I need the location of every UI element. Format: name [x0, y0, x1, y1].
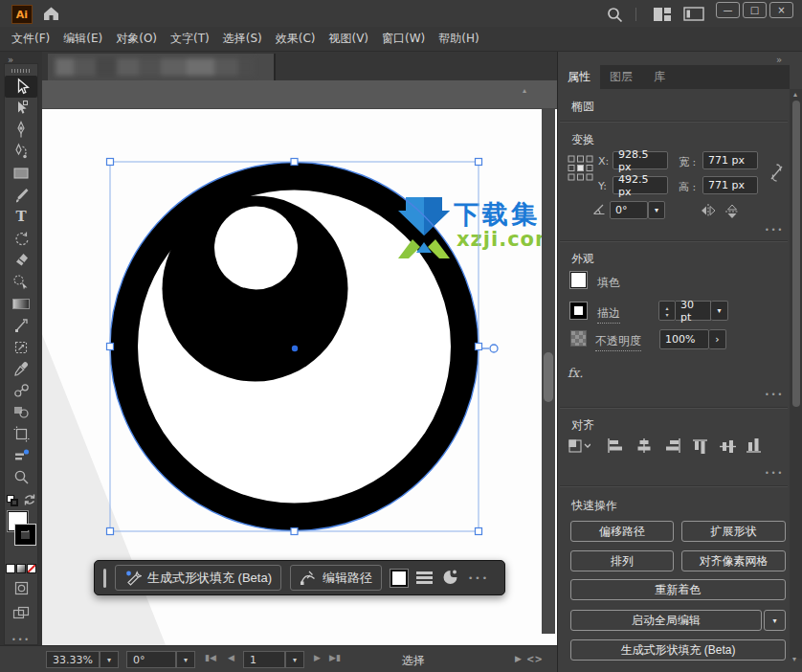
context-more-icon[interactable]: ••• — [468, 573, 489, 583]
minimize-button[interactable]: — — [716, 2, 740, 18]
toolbar-grip[interactable] — [11, 69, 31, 73]
next-artboard-icon[interactable]: ▶ — [314, 653, 321, 662]
canvas-vscrollbar[interactable] — [542, 109, 555, 634]
height-value-field[interactable]: 771 px — [702, 176, 758, 194]
x-value-field[interactable]: 928.5 px — [613, 151, 668, 169]
home-icon[interactable] — [42, 5, 60, 25]
pen-tool[interactable] — [5, 119, 37, 141]
opacity-label[interactable]: 不透明度 — [595, 333, 641, 351]
stroke-options-icon[interactable] — [416, 571, 433, 584]
menu-type[interactable]: 文字(T) — [170, 31, 210, 47]
blend-tool[interactable] — [5, 380, 37, 402]
panel-scrollbar[interactable]: ▴ — [790, 89, 802, 659]
rotate-tool[interactable] — [5, 228, 37, 250]
rotation-field[interactable]: 0° — [126, 651, 176, 668]
global-edit-button[interactable]: 启动全局编辑 — [570, 610, 762, 631]
flip-vertical-icon[interactable] — [724, 203, 740, 223]
screen-mode-icon[interactable] — [12, 606, 30, 622]
opacity-expand-icon[interactable]: › — [709, 329, 726, 349]
generative-shape-fill-button[interactable]: 生成式形状填充 (Beta) — [115, 565, 281, 591]
menu-effect[interactable]: 效果(C) — [276, 31, 316, 47]
eraser-tool[interactable] — [5, 249, 37, 271]
stroke-color-swatch[interactable] — [570, 302, 587, 319]
fill-label[interactable]: 填色 — [597, 275, 620, 291]
align-more-icon[interactable]: ••• — [765, 469, 784, 478]
offset-path-button[interactable]: 偏移路径 — [570, 521, 674, 542]
type-tool[interactable]: T — [5, 206, 37, 228]
panel-scrollbar-thumb[interactable] — [792, 101, 800, 407]
menu-view[interactable]: 视图(V) — [328, 31, 368, 47]
edit-toolbar-tool[interactable] — [5, 445, 37, 467]
opacity-value-field[interactable]: 100% — [659, 329, 709, 349]
context-fill-swatch[interactable] — [390, 570, 408, 587]
menu-object[interactable]: 对象(O) — [116, 31, 157, 47]
rotation-angle-field[interactable]: 0° — [610, 201, 648, 219]
app-logo[interactable]: Ai — [11, 5, 33, 24]
transform-more-icon[interactable]: ••• — [765, 226, 784, 235]
flip-horizontal-icon[interactable] — [700, 203, 717, 221]
paintbrush-tool[interactable] — [5, 184, 37, 206]
selection-tool[interactable] — [5, 76, 37, 98]
arrange-button[interactable]: 排列 — [570, 550, 674, 571]
panel-scroll-up-icon[interactable]: ▴ — [793, 90, 797, 99]
tab-libraries[interactable]: 库 — [642, 65, 677, 89]
prev-artboard-icon[interactable]: ◀ — [228, 653, 234, 662]
menu-select[interactable]: 选择(S) — [223, 31, 262, 47]
menu-edit[interactable]: 编辑(E) — [63, 31, 102, 47]
gradient-tool[interactable] — [5, 293, 37, 315]
search-icon[interactable] — [606, 6, 624, 27]
free-transform-tool[interactable] — [5, 336, 37, 358]
eyedropper-tool[interactable] — [5, 358, 37, 380]
stroke-weight-stepper[interactable]: ▴▾ — [658, 301, 676, 321]
symbol-tool[interactable] — [5, 401, 37, 423]
gradient-swatch[interactable] — [16, 564, 26, 573]
rotation-dropdown-icon[interactable]: ▾ — [176, 651, 195, 668]
rectangle-tool[interactable] — [5, 163, 37, 185]
stroke-label[interactable]: 描边 — [597, 305, 620, 324]
generative-shape-fill-panel-button[interactable]: 生成式形状填充 (Beta) — [570, 639, 786, 661]
fill-color-swatch[interactable] — [570, 272, 587, 288]
expand-shape-button[interactable]: 扩展形状 — [681, 521, 786, 542]
canvas-vscrollbar-thumb[interactable] — [544, 352, 553, 402]
align-top-icon[interactable] — [692, 437, 708, 459]
status-code-icon[interactable]: <> — [526, 654, 543, 664]
maximize-button[interactable]: □ — [743, 2, 767, 18]
rotation-angle-dropdown-icon[interactable]: ▾ — [648, 201, 665, 219]
align-right-icon[interactable] — [663, 437, 682, 457]
artboard-dropdown-icon[interactable]: ▾ — [285, 651, 304, 668]
workspace-switcher-icon[interactable] — [653, 7, 672, 25]
fx-label[interactable]: fx. — [568, 366, 583, 380]
align-hcenter-icon[interactable] — [635, 437, 654, 457]
width-value-field[interactable]: 771 px — [702, 151, 758, 169]
align-pixel-grid-button[interactable]: 对齐像素网格 — [681, 550, 786, 571]
ink-fill-icon[interactable] — [441, 568, 459, 589]
close-button[interactable]: × — [769, 2, 793, 18]
last-artboard-icon[interactable]: ▶▮ — [329, 653, 341, 662]
align-vcenter-icon[interactable] — [719, 437, 737, 459]
align-to-dropdown-icon[interactable] — [568, 437, 590, 458]
artboard-number-field[interactable]: 1 — [243, 651, 285, 668]
menu-help[interactable]: 帮助(H) — [438, 31, 479, 47]
shape-builder-tool[interactable] — [5, 271, 37, 293]
link-dimensions-icon[interactable] — [769, 163, 784, 186]
stroke-weight-dropdown-icon[interactable]: ▾ — [711, 301, 728, 321]
edit-path-button[interactable]: 编辑路径 — [290, 565, 382, 591]
curvature-tool[interactable] — [5, 141, 37, 163]
stroke-swatch[interactable] — [15, 525, 35, 545]
direct-selection-tool[interactable] — [5, 98, 37, 120]
status-play-icon[interactable]: ▶ — [515, 654, 522, 663]
align-bottom-icon[interactable] — [746, 437, 762, 459]
menu-window[interactable]: 窗口(W) — [382, 31, 425, 47]
menu-file[interactable]: 文件(F) — [11, 31, 50, 47]
first-artboard-icon[interactable]: ▮◀ — [205, 653, 216, 662]
toolbar-more-icon[interactable]: ••• — [11, 636, 31, 644]
zoom-level-dropdown-icon[interactable]: ▾ — [100, 651, 119, 668]
y-value-field[interactable]: 492.5 px — [613, 176, 668, 194]
stroke-weight-field[interactable]: 30 pt — [676, 301, 711, 321]
none-swatch[interactable] — [27, 564, 36, 573]
scale-tool[interactable] — [5, 315, 37, 337]
drawing-mode-icon[interactable] — [14, 581, 29, 598]
global-edit-dropdown-icon[interactable]: ▾ — [764, 610, 786, 631]
context-taskbar-grip[interactable] — [103, 569, 106, 588]
appearance-more-icon[interactable]: ••• — [765, 391, 784, 399]
